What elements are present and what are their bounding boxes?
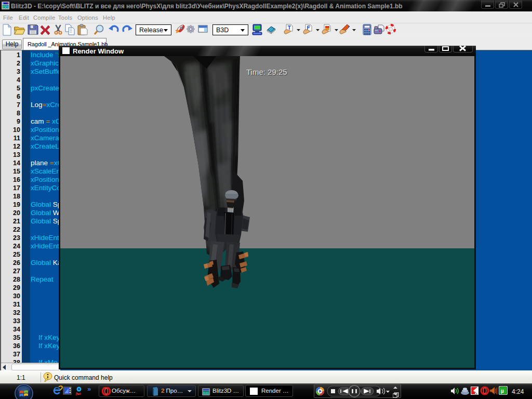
svg-text:BB: BB [203, 391, 209, 395]
svg-text:B: B [5, 4, 8, 9]
svg-text:µ: µ [501, 388, 504, 394]
svg-text:»: » [87, 385, 91, 393]
